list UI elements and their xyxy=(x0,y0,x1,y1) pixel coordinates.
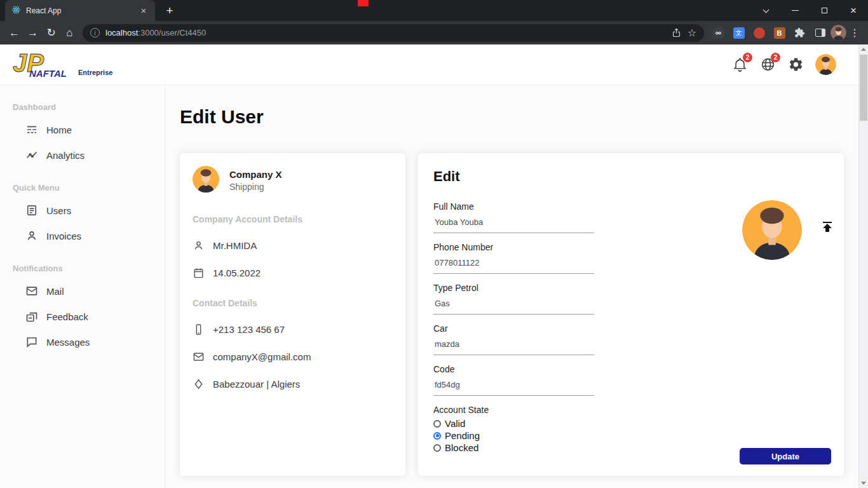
sidebar-item-analytics[interactable]: Analytics xyxy=(13,142,152,168)
person-icon xyxy=(25,229,38,242)
field-type-petrol: Type Petrol xyxy=(433,283,595,315)
window-maximize-button[interactable] xyxy=(810,0,839,21)
chat-bubble-icon xyxy=(25,336,38,348)
sidebar-item-home[interactable]: Home xyxy=(13,117,152,142)
extensions-puzzle-icon[interactable] xyxy=(793,26,806,39)
extension-b-icon[interactable]: B xyxy=(773,26,786,39)
timeline-icon xyxy=(25,149,38,161)
contact-address-text: Babezzouar | Algiers xyxy=(213,379,300,390)
account-details-title: Company Account Details xyxy=(193,214,393,224)
language-globe-icon[interactable]: 2 xyxy=(759,56,776,73)
sidebar-item-users[interactable]: Users xyxy=(13,198,152,223)
document-list-icon xyxy=(25,204,38,217)
phone-number-input[interactable] xyxy=(433,258,594,274)
window-chevron-button[interactable] xyxy=(751,0,780,21)
field-label: Phone Number xyxy=(433,242,595,252)
profile-card: Company X Shipping Company Account Detai… xyxy=(180,153,405,476)
sidebar-item-label: Invoices xyxy=(46,231,81,241)
company-subtitle: Shipping xyxy=(229,182,282,192)
notifications-badge: 2 xyxy=(743,53,752,62)
home-button[interactable]: ⌂ xyxy=(60,24,79,42)
bookmark-star-icon[interactable]: ☆ xyxy=(688,27,696,39)
radio-valid[interactable]: Valid xyxy=(433,417,595,430)
share-icon[interactable] xyxy=(671,27,682,38)
radio-label: Valid xyxy=(445,418,465,429)
radio-label: Pending xyxy=(445,430,480,441)
window-close-button[interactable]: × xyxy=(839,0,868,21)
svg-text:NAFTAL: NAFTAL xyxy=(29,68,67,79)
radio-circle[interactable] xyxy=(433,420,441,428)
field-label: Code xyxy=(433,364,595,374)
sidebar-item-label: Feedback xyxy=(46,311,88,322)
full-name-input[interactable] xyxy=(433,217,594,233)
contact-phone-row: +213 123 456 67 xyxy=(193,323,393,336)
edit-card: Edit Full Name Phone Number Type Petrol xyxy=(418,153,844,476)
extension-adblock-icon[interactable] xyxy=(752,26,766,39)
update-button[interactable]: Update xyxy=(740,448,831,464)
page-scrollbar[interactable] xyxy=(858,44,868,488)
sidebar-item-invoices[interactable]: Invoices xyxy=(13,223,152,248)
account-date-text: 14.05.2022 xyxy=(213,268,261,278)
contact-details-title: Contact Details xyxy=(193,298,393,308)
extension-glasses-icon[interactable] xyxy=(712,26,725,39)
reload-button[interactable]: ↻ xyxy=(42,24,60,42)
site-info-icon[interactable]: i xyxy=(90,28,100,37)
browser-tab[interactable]: React App × xyxy=(5,0,155,21)
new-tab-button[interactable]: + xyxy=(161,3,178,19)
sidebar-item-mail[interactable]: Mail xyxy=(13,278,152,304)
extensions-row: 文 B xyxy=(712,26,827,39)
person-icon xyxy=(193,240,205,252)
contact-address-row: Babezzouar | Algiers xyxy=(193,378,393,390)
sidebar-section-quick-menu: Quick Menu xyxy=(13,183,152,193)
upload-icon[interactable] xyxy=(820,219,835,234)
sidebar-item-feedback[interactable]: Feedback xyxy=(13,304,152,329)
sidebar-item-messages[interactable]: Messages xyxy=(13,329,152,355)
url-host: localhost xyxy=(105,28,138,37)
forward-button[interactable]: → xyxy=(24,24,42,42)
header-icons: 2 2 xyxy=(731,54,836,75)
mail-icon xyxy=(193,351,205,363)
calendar-icon xyxy=(193,267,205,279)
app-header: JP NAFTAL Entreprise 2 2 xyxy=(0,44,868,85)
header-avatar[interactable] xyxy=(815,54,836,75)
settings-gear-icon[interactable] xyxy=(787,56,804,73)
side-panel-icon[interactable] xyxy=(813,26,827,39)
back-button[interactable]: ← xyxy=(5,24,24,42)
extension-translate-icon[interactable]: 文 xyxy=(732,26,745,39)
url-path: :3000/user/Ct4450 xyxy=(138,28,206,37)
sidebar-item-label: Mail xyxy=(46,286,64,297)
tab-close-icon[interactable]: × xyxy=(139,6,149,16)
radio-circle[interactable] xyxy=(433,444,441,452)
account-date-row: 14.05.2022 xyxy=(193,267,393,279)
field-full-name: Full Name xyxy=(433,201,595,233)
sidebar-item-label: Home xyxy=(46,125,72,135)
field-car: Car xyxy=(433,323,595,355)
scrollbar-up-arrow[interactable] xyxy=(859,44,868,54)
naftal-logo-icon: JP NAFTAL xyxy=(11,51,78,79)
contact-email-text: companyX@gmail.com xyxy=(213,351,311,362)
window-minimize-button[interactable] xyxy=(780,0,810,21)
tab-title: React App xyxy=(26,6,133,15)
sidebar: Dashboard Home Analytics Quick Menu User… xyxy=(0,85,165,488)
browser-menu-icon[interactable]: ⋮ xyxy=(846,25,863,41)
main-content: Edit User Company X Shipping Company Acc… xyxy=(165,85,858,488)
browser-profile-avatar[interactable] xyxy=(831,25,846,41)
radio-blocked[interactable]: Blocked xyxy=(433,442,595,454)
brand-suffix: Entreprise xyxy=(78,69,112,76)
notifications-bell-icon[interactable]: 2 xyxy=(731,56,749,73)
brand-logo[interactable]: JP NAFTAL Entreprise xyxy=(11,51,112,79)
address-bar[interactable]: i localhost:3000/user/Ct4450 ☆ xyxy=(83,24,704,42)
company-name: Company X xyxy=(229,169,282,180)
edit-user-avatar xyxy=(742,200,802,260)
screen: React App × + × ← → ↻ ⌂ i localhost:3000… xyxy=(0,0,868,488)
feed-icon xyxy=(25,310,38,323)
scrollbar-down-arrow[interactable] xyxy=(859,478,868,488)
type-petrol-input[interactable] xyxy=(433,299,594,315)
edit-card-title: Edit xyxy=(433,168,829,185)
car-input[interactable] xyxy=(433,339,594,355)
account-owner-text: Mr.HMIDA xyxy=(213,240,257,251)
code-input[interactable] xyxy=(433,380,594,396)
scrollbar-thumb[interactable] xyxy=(860,55,867,121)
radio-circle[interactable] xyxy=(433,432,441,440)
radio-pending[interactable]: Pending xyxy=(433,430,595,442)
